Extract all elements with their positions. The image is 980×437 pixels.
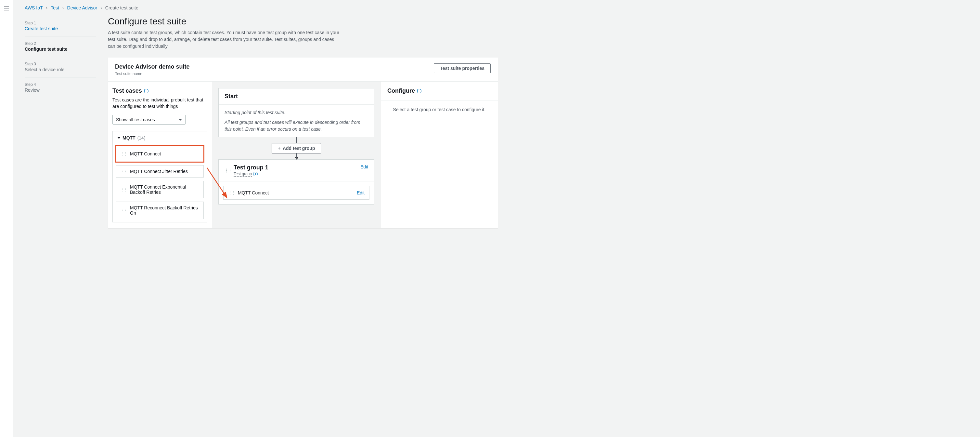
test-case-label: MQTT Connect — [130, 151, 161, 156]
info-icon[interactable]: i — [144, 89, 148, 93]
chevron-down-icon — [179, 119, 182, 121]
step-number: Step 1 — [25, 21, 96, 26]
edit-group-link[interactable]: Edit — [360, 164, 368, 169]
test-case-item[interactable]: ⋮⋮ MQTT Connect Jitter Retries — [116, 165, 204, 177]
configure-message: Select a test group or test case to conf… — [381, 100, 498, 119]
breadcrumb-sep: › — [62, 5, 64, 10]
step-title: Configure test suite — [25, 46, 96, 52]
breadcrumb-aws-iot[interactable]: AWS IoT — [25, 5, 43, 10]
select-value: Show all test cases — [116, 117, 155, 122]
drag-handle-icon[interactable]: ⋮⋮ — [224, 168, 232, 173]
suite-subtitle: Test suite name — [115, 72, 189, 76]
hamburger-menu-button[interactable] — [3, 5, 10, 12]
flow-connector — [296, 137, 297, 143]
step-1[interactable]: Step 1 Create test suite — [25, 16, 96, 37]
breadcrumb-device-advisor[interactable]: Device Advisor — [67, 5, 97, 10]
test-case-label: MQTT Connect Exponential Backoff Retries — [130, 184, 199, 195]
info-icon[interactable]: i — [417, 89, 422, 93]
breadcrumb: AWS IoT › Test › Device Advisor › Create… — [25, 5, 968, 10]
drag-handle-icon[interactable]: ⋮⋮ — [120, 152, 127, 156]
test-group-card[interactable]: ⋮⋮ Test group 1 Test group i Edit — [218, 159, 374, 204]
group-title: Test group 1 — [234, 164, 360, 171]
breadcrumb-current: Create test suite — [105, 5, 138, 10]
breadcrumb-sep: › — [46, 5, 48, 10]
add-test-group-button[interactable]: + Add test group — [272, 143, 321, 153]
test-case-label: MQTT Reconnect Backoff Retries On — [130, 205, 199, 215]
test-case-item[interactable]: ⋮⋮ MQTT Connect — [116, 146, 204, 162]
breadcrumb-sep: › — [100, 5, 102, 10]
start-card-title: Start — [219, 88, 374, 105]
step-title: Review — [25, 88, 96, 93]
start-card: Start Starting point of this test suite.… — [218, 88, 374, 137]
step-2: Step 2 Configure test suite — [25, 37, 96, 57]
test-cases-heading: Test cases i — [113, 88, 207, 94]
test-case-item[interactable]: ⋮⋮ MQTT Connect Exponential Backoff Retr… — [116, 181, 204, 198]
breadcrumb-test[interactable]: Test — [51, 5, 59, 10]
group-test-case-item[interactable]: ⋮⋮ MQTT Connect Edit — [223, 186, 369, 199]
step-number: Step 4 — [25, 82, 96, 87]
configure-heading: Configure i — [387, 88, 491, 94]
test-case-item[interactable]: ⋮⋮ MQTT Reconnect Backoff Retries On — [116, 202, 204, 219]
test-case-label: MQTT Connect Jitter Retries — [130, 169, 188, 174]
flow-connector-arrow — [296, 153, 297, 159]
page-title: Configure test suite — [108, 16, 498, 27]
step-title[interactable]: Create test suite — [25, 26, 96, 31]
group-item-label: MQTT Connect — [238, 190, 269, 195]
step-3: Step 3 Select a device role — [25, 57, 96, 78]
test-suite-properties-button[interactable]: Test suite properties — [434, 64, 491, 73]
plus-icon: + — [278, 145, 281, 151]
drag-handle-icon[interactable]: ⋮⋮ — [120, 187, 127, 192]
chevron-down-icon — [117, 137, 121, 139]
test-group-toggle[interactable]: MQTT (14) — [113, 131, 207, 144]
start-text-1: Starting point of this test suite. — [224, 109, 368, 116]
test-case-filter-select[interactable]: Show all test cases — [113, 115, 186, 124]
page-subtitle: A test suite contains test groups, which… — [108, 29, 342, 50]
group-subtitle: Test group — [234, 172, 252, 177]
drag-handle-icon[interactable]: ⋮⋮ — [120, 208, 127, 213]
drag-handle-icon[interactable]: ⋮⋮ — [120, 169, 127, 174]
test-case-group: MQTT (14) ⋮⋮ MQTT Connect — [113, 131, 207, 222]
suite-title: Device Advisor demo suite — [115, 64, 189, 70]
start-text-2: All test groups and test cases will exec… — [224, 119, 368, 132]
sidebar-toggle-column — [0, 0, 13, 437]
step-number: Step 3 — [25, 62, 96, 66]
wizard-steps: Step 1 Create test suite Step 2 Configur… — [25, 16, 96, 228]
test-cases-description: Test cases are the individual prebuilt t… — [113, 97, 207, 110]
edit-test-case-link[interactable]: Edit — [357, 190, 364, 195]
step-4: Step 4 Review — [25, 78, 96, 98]
step-title: Select a device role — [25, 67, 96, 72]
suite-panel-header: Device Advisor demo suite Test suite nam… — [108, 57, 498, 81]
step-number: Step 2 — [25, 41, 96, 46]
info-icon[interactable]: i — [253, 172, 258, 176]
drag-handle-icon[interactable]: ⋮⋮ — [228, 191, 235, 195]
